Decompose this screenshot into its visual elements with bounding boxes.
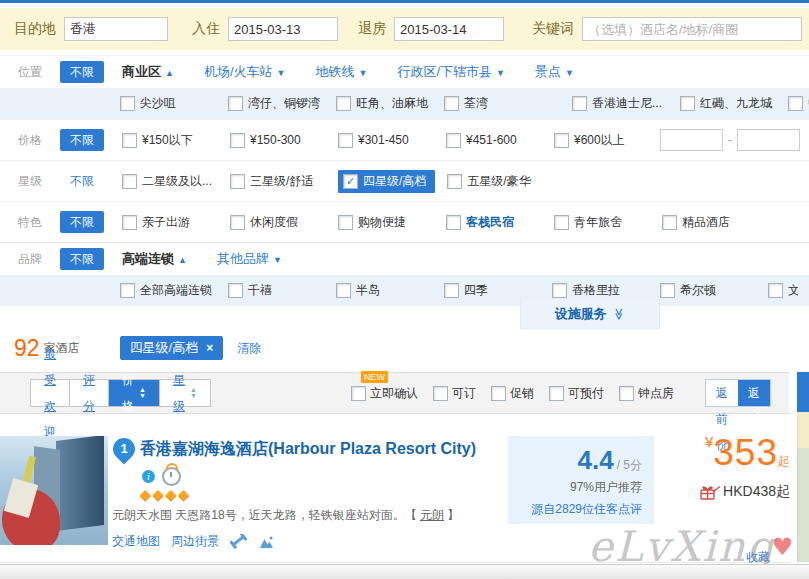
traffic-map-link[interactable]: 交通地图 <box>112 533 160 550</box>
star-unlimited-link[interactable]: 不限 <box>60 173 104 190</box>
location-option-checkbox[interactable]: 荃湾 <box>444 95 572 112</box>
landmark-icon[interactable] <box>258 535 275 549</box>
star-option-checkbox[interactable]: 二星级及以... <box>122 173 230 190</box>
sort-button[interactable]: 最受欢迎 <box>31 380 69 406</box>
location-tab[interactable]: 商业区▲ <box>122 63 174 81</box>
location-option-checkbox[interactable]: 尖沙咀 <box>120 95 228 112</box>
price-max-input[interactable] <box>737 129 800 151</box>
location-tabs: 商业区▲机场/火车站▼地铁线▼行政区/下辖市县▼景点▼ <box>122 63 604 81</box>
feature-option-checkbox[interactable]: 休闲度假 <box>230 214 338 231</box>
hotel-address: 元朗天水围 天恩路18号，近天龙路，轻铁银座站对面。【 元朗 】 <box>112 507 459 524</box>
sort-filter-checkboxes: NEW立即确认可订促销可预付钟点房 <box>351 385 689 402</box>
rating-outof: / 5分 <box>617 458 642 472</box>
location-tab-label: 行政区/下辖市县 <box>397 64 492 79</box>
price-toggle-button[interactable]: 返前价 <box>706 380 738 406</box>
location-options: 尖沙咀湾仔、铜锣湾旺角、油麻地荃湾香港迪士尼...红磡、九龙城中 <box>120 95 809 112</box>
price-option-checkbox[interactable]: ¥600以上 <box>554 132 662 149</box>
location-option-checkbox[interactable]: 红磡、九龙城 <box>680 95 788 112</box>
hotel-search-page: 目的地 入住 退房 关键词 位置 不限 商业区▲机场/火车站▼地铁线▼行政区/下… <box>0 0 809 579</box>
price-unlimited-button[interactable]: 不限 <box>60 129 104 151</box>
price-option-checkbox[interactable]: ¥301-450 <box>338 133 446 148</box>
checkbox-box-icon <box>338 133 353 148</box>
hotel-photo[interactable] <box>0 436 108 545</box>
sort-button[interactable]: 星级▲▼ <box>159 380 210 406</box>
sort-filter-checkbox[interactable]: 促销 <box>491 385 534 402</box>
filter-panel: 位置 不限 商业区▲机场/火车站▼地铁线▼行政区/下辖市县▼景点▼ 尖沙咀湾仔、… <box>0 55 809 306</box>
checkout-input[interactable] <box>394 17 504 41</box>
brand-option-checkbox[interactable]: 希尔顿 <box>660 282 768 299</box>
new-badge: NEW <box>361 371 388 383</box>
feature-option-checkbox[interactable]: 购物便捷 <box>338 214 446 231</box>
info-icon[interactable]: i <box>142 470 155 483</box>
price-range: - <box>660 129 800 151</box>
hotel-name-link[interactable]: 香港嘉湖海逸酒店(Harbour Plaza Resort City) <box>140 439 476 460</box>
checkbox-label: ¥150-300 <box>250 133 301 147</box>
active-filter-tag[interactable]: 四星级/高档 × <box>120 336 224 360</box>
checkbox-box-icon <box>228 283 243 298</box>
brand-option-checkbox[interactable]: 全部高端连锁 <box>120 282 228 299</box>
brand-option-checkbox[interactable]: 半岛 <box>336 282 444 299</box>
checkbox-label: 千禧 <box>248 282 272 299</box>
address-text: 元朗天水围 天恩路18号，近天龙路，轻铁银座站对面。 <box>112 508 405 522</box>
location-option-checkbox[interactable]: 湾仔、铜锣湾 <box>228 95 336 112</box>
feature-unlimited-button[interactable]: 不限 <box>60 211 104 233</box>
chevron-icon: ▼ <box>273 255 282 265</box>
location-option-checkbox[interactable]: 中 <box>788 95 809 112</box>
brand-option-checkbox[interactable]: 香格里拉 <box>552 282 660 299</box>
fitness-icon[interactable] <box>230 534 247 549</box>
checkbox-label: 可订 <box>452 385 476 402</box>
sort-filter-checkbox[interactable]: 可预付 <box>549 385 604 402</box>
location-option-checkbox[interactable]: 香港迪士尼... <box>572 95 680 112</box>
feature-option-checkbox[interactable]: 青年旅舍 <box>554 214 662 231</box>
sort-filter-checkbox[interactable]: NEW立即确认 <box>351 385 418 402</box>
clear-filters-link[interactable]: 清除 <box>237 340 261 357</box>
sort-filter-checkbox[interactable]: 钟点房 <box>619 385 674 402</box>
checkbox-box-icon <box>338 215 353 230</box>
street-view-link[interactable]: 周边街景 <box>171 533 219 550</box>
brand-unlimited-button[interactable]: 不限 <box>60 248 104 270</box>
checkin-input[interactable] <box>228 17 338 41</box>
brand-option-checkbox[interactable]: 文 <box>768 282 798 299</box>
feature-option-checkbox[interactable]: 精品酒店 <box>662 214 770 231</box>
price-option-checkbox[interactable]: ¥451-600 <box>446 133 554 148</box>
sort-filter-checkbox[interactable]: 可订 <box>433 385 476 402</box>
location-option-checkbox[interactable]: 旺角、油麻地 <box>336 95 444 112</box>
price-toggle-button[interactable]: 返后价 <box>738 380 770 406</box>
checkbox-box-icon <box>120 96 135 111</box>
checkbox-box-icon <box>230 174 245 189</box>
diamond-rating-icons: ◆◆◆◆ <box>140 486 191 502</box>
location-tab[interactable]: 景点▼ <box>535 63 574 81</box>
map-panel-edge[interactable] <box>797 372 809 562</box>
feature-option-checkbox[interactable]: 亲子出游 <box>122 214 230 231</box>
brand-tab[interactable]: 高端连锁▲ <box>122 250 187 268</box>
checkbox-label: 荃湾 <box>464 95 488 112</box>
remove-filter-icon[interactable]: × <box>206 341 213 355</box>
brand-option-checkbox[interactable]: 四季 <box>444 282 552 299</box>
brand-option-checkbox[interactable]: 千禧 <box>228 282 336 299</box>
sort-bar: 最受欢迎评分价格▲▼星级▲▼ NEW立即确认可订促销可预付钟点房 返前价返后价 <box>0 372 789 414</box>
price-min-input[interactable] <box>660 129 723 151</box>
checkout-label: 退房 <box>358 20 386 38</box>
price-option-checkbox[interactable]: ¥150以下 <box>122 132 230 149</box>
facilities-expand-button[interactable]: 设施服务 ≫ <box>520 300 660 329</box>
location-tab[interactable]: 行政区/下辖市县▼ <box>397 63 505 81</box>
star-option-checkbox[interactable]: 三星级/舒适 <box>230 173 338 190</box>
location-unlimited-button[interactable]: 不限 <box>60 61 104 83</box>
keyword-label: 关键词 <box>532 20 574 38</box>
destination-input[interactable] <box>64 17 168 41</box>
area-bracket: 【 <box>405 508 420 522</box>
area-link[interactable]: 元朗 <box>420 508 444 522</box>
brand-tab[interactable]: 其他品牌▼ <box>217 250 282 268</box>
sort-button[interactable]: 评分 <box>69 380 108 406</box>
location-tab[interactable]: 机场/火车站▼ <box>204 63 286 81</box>
keyword-input[interactable] <box>582 17 802 41</box>
reviews-source-link[interactable]: 源自2829位住客点评 <box>508 501 642 518</box>
location-tab[interactable]: 地铁线▼ <box>315 63 367 81</box>
price-block: ¥353起 HKD438起 <box>648 432 790 501</box>
star-option-checkbox[interactable]: 五星级/豪华 <box>447 173 559 190</box>
gift-icon <box>699 484 721 501</box>
price-option-checkbox[interactable]: ¥150-300 <box>230 133 338 148</box>
sort-button[interactable]: 价格▲▼ <box>108 380 159 406</box>
star-option-checkbox[interactable]: 四星级/高档 <box>338 170 435 193</box>
feature-option-checkbox[interactable]: 客栈民宿 <box>446 214 554 231</box>
